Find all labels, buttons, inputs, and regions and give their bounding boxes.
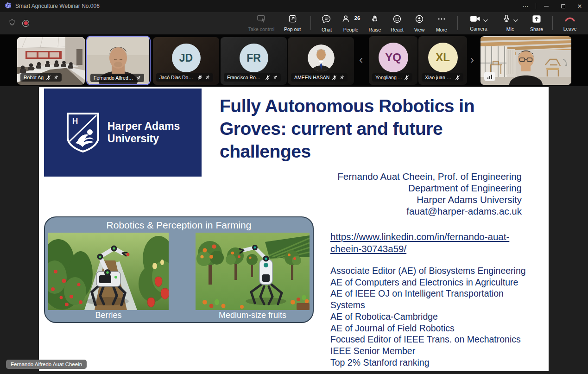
participant-tile-xiaojuan[interactable]: XL Xiao juan Liu	[418, 36, 467, 85]
leave-button[interactable]: Leave	[557, 13, 582, 34]
participant-name-label: AMEEN HASAN	[291, 73, 348, 82]
avatar: YQ	[379, 43, 408, 72]
people-button[interactable]: 26 People	[338, 13, 364, 34]
teams-meeting-window: Smart Agriculture Webinar No.006 ⋯ ✕ Tak…	[0, 0, 588, 374]
presentation-slide: H Harper Adams University Fully Autonomo…	[39, 87, 549, 371]
avatar: XL	[428, 43, 458, 72]
mic-muted-icon	[455, 75, 460, 80]
security-shield-icon	[8, 19, 16, 28]
chat-button[interactable]: Chat	[316, 13, 338, 34]
meeting-toolbar: Take control Pop out Chat 26 People	[0, 12, 588, 35]
participant-name-label: Fernando Alfredo A...	[90, 74, 144, 82]
mic-muted-icon	[265, 75, 270, 80]
raise-hand-button[interactable]: Raise	[364, 13, 386, 34]
mic-muted-icon	[197, 75, 202, 80]
logo-wordmark: Harper Adams University	[107, 120, 180, 145]
camera-icon	[470, 15, 481, 25]
pin-icon	[272, 75, 278, 80]
harper-adams-crest-icon: H	[66, 112, 100, 153]
scroll-left-chevron[interactable]: ‹	[356, 51, 366, 69]
mic-muted-icon	[404, 75, 409, 80]
mic-chevron-icon[interactable]	[513, 16, 518, 24]
more-icon	[437, 14, 446, 25]
participant-tile-fernando[interactable]: Fernando Alfredo A...	[86, 36, 151, 85]
harper-adams-logo: H Harper Adams University	[44, 89, 202, 177]
recording-indicator-icon	[22, 20, 29, 27]
participant-name-label: Yongliang ...	[372, 73, 412, 82]
slide-title: Fully Autonomous Robotics in Groves: cur…	[220, 95, 525, 163]
camera-button[interactable]: Camera	[462, 13, 495, 34]
people-count-badge: 26	[354, 15, 360, 21]
connection-signal-icon	[484, 72, 495, 81]
camera-chevron-icon[interactable]	[483, 16, 488, 24]
pin-icon	[339, 75, 344, 80]
maximize-icon	[561, 4, 565, 8]
pin-icon	[205, 75, 210, 80]
figure-title: Robotics & Perception in Farming	[45, 220, 313, 231]
pop-out-button[interactable]: Pop out	[279, 13, 306, 34]
robotics-figure-box: Robotics & Perception in Farming	[44, 216, 314, 323]
window-title: Smart Agriculture Webinar No.006	[15, 3, 100, 9]
share-button[interactable]: Share	[525, 13, 548, 34]
react-button[interactable]: React	[386, 13, 408, 34]
linkedin-link: https://www.linkedin.com/in/fernando-aua…	[330, 231, 509, 255]
participant-strip: Robot Ag Fernando Alfredo A...	[0, 35, 588, 86]
teams-logo-icon	[5, 2, 12, 11]
view-button[interactable]: View	[408, 13, 430, 34]
take-control-icon	[257, 14, 266, 25]
participant-tile-francisco[interactable]: FR Francisco Rovir...	[221, 37, 287, 85]
react-smiley-icon	[392, 14, 402, 25]
participant-tile-ameen[interactable]: AMEEN HASAN	[288, 37, 354, 85]
presenter-name-tooltip: Fernando Alfredo Auat Cheein	[6, 360, 87, 369]
minimize-icon	[544, 6, 549, 6]
avatar: FR	[240, 44, 268, 72]
share-icon	[532, 15, 541, 25]
spotlight-video-tile[interactable]	[481, 36, 571, 85]
author-block: Fernando Auat Cheein, Prof. of Engineeri…	[337, 171, 522, 217]
maximize-button[interactable]	[555, 0, 571, 12]
mic-icon	[502, 14, 511, 25]
screen-share-stage: H Harper Adams University Fully Autonomo…	[0, 86, 588, 374]
titlebar-more-button[interactable]: ⋯	[517, 0, 534, 12]
mic-muted-icon	[332, 75, 337, 80]
participant-name-label: Francisco Rovir...	[224, 73, 281, 82]
participant-tile-robot-ag[interactable]: Robot Ag	[17, 37, 85, 85]
figure-caption-berries: Berries	[48, 311, 169, 320]
berries-robot-image	[48, 233, 169, 310]
titlebar: Smart Agriculture Webinar No.006 ⋯ ✕	[0, 0, 588, 12]
participant-name-label: Xiao juan Liu	[422, 73, 463, 82]
minimize-button[interactable]	[538, 0, 555, 12]
editorial-roles-list: Associate Editor (AE) of Biosystems Engi…	[330, 265, 532, 368]
participant-name-label: Robot Ag	[20, 73, 62, 82]
figure-caption-fruits: Medium-size fruits	[196, 311, 310, 320]
mic-muted-icon	[46, 75, 51, 80]
mic-button[interactable]: Mic	[495, 13, 525, 34]
take-control-button[interactable]: Take control	[244, 13, 279, 34]
participant-tile-jaco[interactable]: JD Jacó Dias Domi...	[153, 37, 219, 85]
close-button[interactable]: ✕	[571, 0, 588, 12]
participant-name-label: Jacó Dias Domi...	[156, 73, 213, 82]
view-icon	[415, 14, 424, 25]
toolbar-divider	[310, 16, 311, 30]
scroll-right-chevron[interactable]: ›	[467, 51, 477, 69]
svg-text:H: H	[72, 117, 78, 126]
pop-out-icon	[288, 14, 297, 25]
more-button[interactable]: More	[430, 13, 453, 34]
avatar-photo	[308, 44, 335, 71]
orchard-robot-image	[196, 233, 310, 310]
toolbar-divider	[552, 16, 553, 30]
people-icon	[341, 14, 351, 25]
participant-tile-yongliang[interactable]: YQ Yongliang ...	[369, 36, 417, 85]
chat-icon	[322, 14, 331, 25]
raise-hand-icon	[370, 14, 379, 25]
leave-call-icon	[564, 15, 575, 25]
titlebar-separator	[536, 3, 536, 9]
pin-icon	[53, 75, 58, 80]
toolbar-divider	[457, 16, 458, 30]
avatar: JD	[172, 44, 201, 72]
pin-icon	[136, 76, 141, 81]
